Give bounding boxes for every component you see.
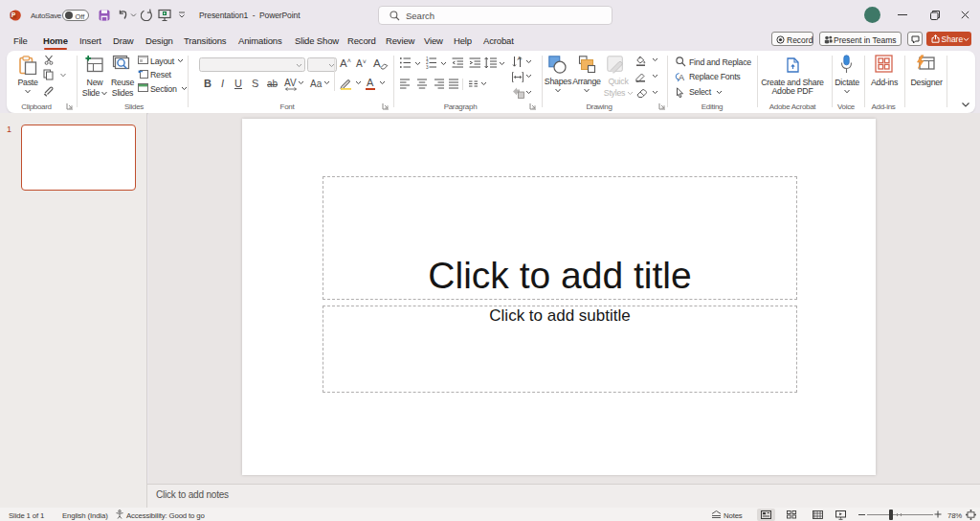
- svg-text:3: 3: [426, 65, 429, 69]
- svg-text:A: A: [518, 56, 522, 61]
- svg-text:A: A: [679, 73, 684, 82]
- svg-text:P: P: [11, 11, 16, 18]
